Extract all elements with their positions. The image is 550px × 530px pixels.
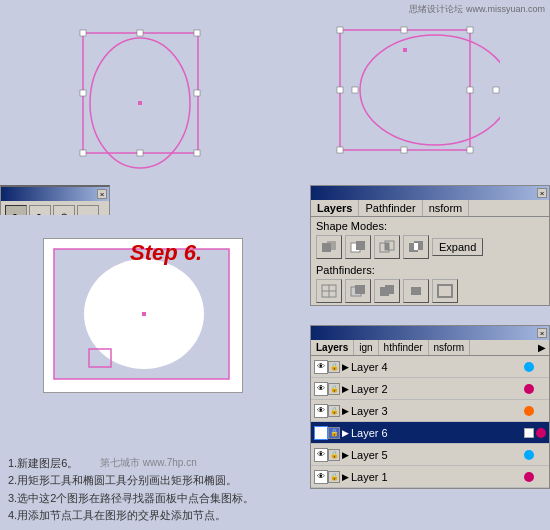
trim-button[interactable] bbox=[345, 279, 371, 303]
eye-icon-5[interactable]: 👁 bbox=[314, 448, 328, 462]
intersect-button[interactable] bbox=[374, 235, 400, 259]
shape-modes-label: Shape Modes: bbox=[311, 217, 549, 233]
lock-icon-6[interactable]: 🔒 bbox=[328, 427, 340, 439]
arrow-4: ▶ bbox=[342, 362, 349, 372]
layer-color-2 bbox=[524, 384, 534, 394]
layer-row-6[interactable]: 👁 🔒 ▶ Layer 6 bbox=[311, 422, 549, 444]
arrow-1: ▶ bbox=[342, 472, 349, 482]
svg-rect-9 bbox=[137, 150, 143, 156]
shape-preview-1 bbox=[58, 13, 218, 173]
svg-rect-13 bbox=[403, 48, 407, 52]
layers-titlebar: × bbox=[311, 326, 549, 340]
svg-rect-7 bbox=[194, 90, 200, 96]
svg-rect-10 bbox=[194, 150, 200, 156]
lock-icon-2[interactable]: 🔒 bbox=[328, 383, 340, 395]
svg-rect-32 bbox=[356, 241, 365, 250]
eye-icon-4[interactable]: 👁 bbox=[314, 360, 328, 374]
crop-button[interactable] bbox=[403, 279, 429, 303]
layer-name-2: Layer 2 bbox=[351, 383, 522, 395]
expand-button[interactable]: Expand bbox=[432, 238, 483, 256]
svg-rect-3 bbox=[80, 30, 86, 36]
svg-rect-28 bbox=[142, 312, 146, 316]
tab-pathfinder[interactable]: Pathfinder bbox=[359, 200, 422, 216]
layer-color-1 bbox=[524, 472, 534, 482]
layers-tabs: Layers ign hthfinder nsform ▶ bbox=[311, 340, 549, 356]
arrow-6: ▶ bbox=[342, 428, 349, 438]
svg-rect-5 bbox=[194, 30, 200, 36]
tab-transform2[interactable]: nsform bbox=[429, 340, 471, 355]
step-label: Step 6. bbox=[130, 240, 202, 266]
tab-align[interactable]: ign bbox=[354, 340, 378, 355]
close-button[interactable]: × bbox=[97, 189, 107, 199]
svg-rect-47 bbox=[438, 285, 452, 297]
pathfinder-panel: × Layers Pathfinder nsform Shape Modes: bbox=[310, 185, 550, 306]
svg-rect-23 bbox=[493, 87, 499, 93]
layer-color-5 bbox=[524, 450, 534, 460]
left-panel: × ↖ ↖ ⊕ ⌐ bbox=[0, 185, 290, 530]
layer-square-2 bbox=[536, 384, 546, 394]
tab-layers[interactable]: Layers bbox=[311, 200, 359, 216]
eye-icon-3[interactable]: 👁 bbox=[314, 404, 328, 418]
layer-row-5[interactable]: 👁 🔒 ▶ Layer 5 bbox=[311, 444, 549, 466]
svg-rect-21 bbox=[467, 147, 473, 153]
layer-name-1: Layer 1 bbox=[351, 471, 522, 483]
svg-rect-45 bbox=[385, 285, 394, 294]
svg-rect-16 bbox=[467, 27, 473, 33]
preview-box-right bbox=[275, 0, 550, 185]
svg-point-12 bbox=[360, 35, 500, 145]
svg-rect-18 bbox=[467, 87, 473, 93]
layers-close-button[interactable]: × bbox=[537, 328, 547, 338]
instruction-2: 2.用矩形工具和椭圆工具分别画出矩形和椭圆。 bbox=[8, 472, 277, 490]
pathfinders-label: Pathfinders: bbox=[311, 261, 549, 277]
layer-color-6 bbox=[536, 428, 546, 438]
layer-row-2[interactable]: 👁 🔒 ▶ Layer 2 bbox=[311, 378, 549, 400]
svg-rect-30 bbox=[327, 241, 336, 250]
minus-front-button[interactable] bbox=[345, 235, 371, 259]
exclude-button[interactable] bbox=[403, 235, 429, 259]
arrow-5: ▶ bbox=[342, 450, 349, 460]
tab-transform[interactable]: nsform bbox=[423, 200, 470, 216]
instructions-block: 1.新建图层6。 2.用矩形工具和椭圆工具分别画出矩形和椭圆。 3.选中这2个图… bbox=[0, 450, 285, 530]
eye-icon-1[interactable]: 👁 bbox=[314, 470, 328, 484]
svg-rect-35 bbox=[385, 243, 389, 250]
svg-rect-2 bbox=[138, 101, 142, 105]
layer-row-4[interactable]: 👁 🔒 ▶ Layer 4 bbox=[311, 356, 549, 378]
preview-box-left bbox=[0, 0, 275, 185]
layer-square-1 bbox=[536, 472, 546, 482]
tab-layers-main[interactable]: Layers bbox=[311, 340, 354, 355]
layer-name-3: Layer 3 bbox=[351, 405, 522, 417]
svg-rect-17 bbox=[337, 87, 343, 93]
merge-button[interactable] bbox=[374, 279, 400, 303]
svg-rect-38 bbox=[414, 243, 418, 250]
eye-icon-6[interactable]: 👁 bbox=[314, 426, 328, 440]
bottom-section: × ↖ ↖ ⊕ ⌐ bbox=[0, 185, 550, 530]
svg-rect-6 bbox=[80, 90, 86, 96]
outline-button[interactable] bbox=[432, 279, 458, 303]
svg-rect-43 bbox=[355, 285, 365, 294]
pathfinder-close-button[interactable]: × bbox=[537, 188, 547, 198]
svg-rect-0 bbox=[83, 33, 198, 153]
shape-preview-2 bbox=[325, 10, 500, 175]
pathfinders-buttons bbox=[311, 277, 549, 305]
layer-name-4: Layer 4 bbox=[351, 361, 522, 373]
layer-row-3[interactable]: 👁 🔒 ▶ Layer 3 bbox=[311, 400, 549, 422]
lock-icon-4[interactable]: 🔒 bbox=[328, 361, 340, 373]
svg-rect-22 bbox=[352, 87, 358, 93]
eye-icon-2[interactable]: 👁 bbox=[314, 382, 328, 396]
layer-color-4 bbox=[524, 362, 534, 372]
instruction-1: 1.新建图层6。 bbox=[8, 455, 277, 473]
divide-button[interactable] bbox=[316, 279, 342, 303]
instruction-3: 3.选中这2个图形在路径寻找器面板中点合集图标。 bbox=[8, 490, 277, 508]
layer-square-5 bbox=[536, 450, 546, 460]
layers-panel-menu[interactable]: ▶ bbox=[535, 340, 549, 355]
lock-icon-5[interactable]: 🔒 bbox=[328, 449, 340, 461]
lock-icon-3[interactable]: 🔒 bbox=[328, 405, 340, 417]
svg-rect-4 bbox=[137, 30, 143, 36]
unite-button[interactable] bbox=[316, 235, 342, 259]
lock-icon-1[interactable]: 🔒 bbox=[328, 471, 340, 483]
layer-row-1[interactable]: 👁 🔒 ▶ Layer 1 bbox=[311, 466, 549, 488]
svg-rect-19 bbox=[337, 147, 343, 153]
right-panel: × Layers Pathfinder nsform Shape Modes: bbox=[290, 185, 550, 530]
tab-pathfinder2[interactable]: hthfinder bbox=[379, 340, 429, 355]
shape-modes-buttons: Expand bbox=[311, 233, 549, 261]
